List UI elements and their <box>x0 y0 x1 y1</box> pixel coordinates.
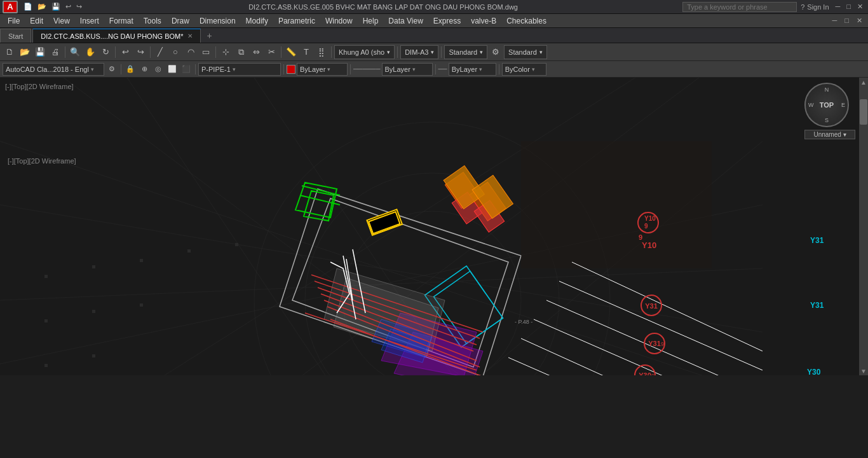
menu-view[interactable]: View <box>48 15 75 27</box>
menu-bar: File Edit View Insert Format Tools Draw … <box>0 14 868 28</box>
ribbon-toolbar-2: AutoCAD Cla...2018 - Engl ⚙ 🔒 ⊕ ◎ ⬜ ⬛ P-… <box>0 61 868 78</box>
menu-window[interactable]: Window <box>320 15 358 27</box>
view-cube-label: TOP <box>820 101 834 109</box>
menu-file[interactable]: File <box>3 15 25 27</box>
svg-line-67 <box>508 357 712 375</box>
search-input[interactable] <box>682 2 797 12</box>
svg-line-65 <box>534 319 737 375</box>
menu-express[interactable]: Express <box>428 15 466 27</box>
new-icon[interactable]: 📄 <box>22 2 34 11</box>
ribbon2-tool4[interactable]: ⬜ <box>166 63 179 76</box>
save-icon[interactable]: 💾 <box>50 2 62 11</box>
ribbon2-tool1[interactable]: 🔒 <box>124 63 137 76</box>
tab-add-button[interactable]: + <box>202 29 217 43</box>
menu-insert[interactable]: Insert <box>75 15 104 27</box>
menu-draw[interactable]: Draw <box>166 15 194 27</box>
minimize-button[interactable]: ─ <box>833 3 843 11</box>
workspace-dropdown[interactable]: AutoCAD Cla...2018 - Engl <box>3 63 104 76</box>
help-icon[interactable]: ? <box>801 3 804 11</box>
scroll-up-button[interactable]: ▲ <box>859 78 868 87</box>
scroll-track <box>859 87 868 366</box>
tab-active[interactable]: DI2.CTC.ASB.KUS....NG DAU PHONG BOM* ✕ <box>32 29 200 43</box>
scroll-thumb[interactable] <box>860 99 867 125</box>
measure-button[interactable]: 📏 <box>284 45 298 59</box>
style-dropdown-1[interactable]: Standard <box>444 45 487 59</box>
open-icon[interactable]: 📂 <box>36 2 48 11</box>
linetype-dropdown[interactable]: ByLayer <box>382 63 433 76</box>
maximize-button[interactable]: □ <box>844 3 853 11</box>
compass[interactable]: N S E W TOP Unnamed ▾ <box>804 83 855 134</box>
svg-line-33 <box>302 186 340 195</box>
workspace-settings-button[interactable]: ⚙ <box>105 63 118 76</box>
compass-west: W <box>808 102 814 108</box>
redo-ribbon-button[interactable]: ↪ <box>133 45 147 59</box>
mirror-button[interactable]: ⇔ <box>249 45 263 59</box>
dim-dropdown[interactable]: DIM-A3 <box>400 45 438 59</box>
save-file-button[interactable]: 💾 <box>33 45 47 59</box>
zoom-button[interactable]: 🔍 <box>68 45 82 59</box>
compass-east: E <box>841 102 845 108</box>
plotstyle-dropdown[interactable]: ByColor <box>502 63 546 76</box>
ribbon2-tool5[interactable]: ⬛ <box>180 63 193 76</box>
drawing-canvas[interactable]: Y10 9 - P.48 - TY-401 - P.48 - P.48/5 <box>0 78 859 375</box>
text-button[interactable]: T <box>299 45 313 59</box>
style-dropdown-2[interactable]: Standard <box>504 45 547 59</box>
compass-north: N <box>825 87 829 93</box>
trim-button[interactable]: ✂ <box>264 45 278 59</box>
menu-valveb[interactable]: valve-B <box>466 15 501 27</box>
title-right-icons: ? Sign In <box>801 3 829 11</box>
color-dropdown[interactable]: ByLayer <box>297 63 348 76</box>
separator-7 <box>397 46 398 58</box>
tab-start[interactable]: Start <box>0 29 31 43</box>
tab-close-icon[interactable]: ✕ <box>187 32 193 39</box>
close-button[interactable]: ✕ <box>855 3 865 11</box>
main-area: [-][Top][2D Wireframe] <box>0 78 868 87</box>
redo-icon[interactable]: ↪ <box>74 2 84 11</box>
undo-ribbon-button[interactable]: ↩ <box>118 45 132 59</box>
menu-modify[interactable]: Modify <box>241 15 273 27</box>
vertical-scrollbar[interactable]: ▲ ▼ <box>859 78 868 375</box>
menu-minimize-button[interactable]: ─ <box>829 17 841 25</box>
copy-button[interactable]: ⧉ <box>234 45 248 59</box>
svg-rect-57 <box>521 141 712 268</box>
ribbon2-tool3[interactable]: ◎ <box>152 63 165 76</box>
new-file-button[interactable]: 🗋 <box>3 45 17 59</box>
svg-text:Y31: Y31 <box>810 236 824 245</box>
scroll-down-button[interactable]: ▼ <box>859 366 868 375</box>
hatch-button[interactable]: ⣿ <box>315 45 329 59</box>
line-button[interactable]: ╱ <box>153 45 167 59</box>
svg-text:Y30: Y30 <box>639 371 651 375</box>
view-cube[interactable]: N S E W TOP <box>804 83 849 127</box>
menu-parametric[interactable]: Parametric <box>273 15 320 27</box>
menu-format[interactable]: Format <box>104 15 139 27</box>
orbit-button[interactable]: ↻ <box>98 45 112 59</box>
pan-button[interactable]: ✋ <box>83 45 97 59</box>
color-swatch[interactable] <box>287 65 295 74</box>
undo-icon[interactable]: ↩ <box>64 2 73 11</box>
separator-4 <box>215 46 216 58</box>
menu-help[interactable]: Help <box>358 15 384 27</box>
menu-maximize-button[interactable]: □ <box>841 17 852 25</box>
svg-rect-14 <box>92 265 95 268</box>
unnamed-label[interactable]: Unnamed ▾ <box>804 130 855 139</box>
signin-button[interactable]: Sign In <box>807 3 829 11</box>
menu-edit[interactable]: Edit <box>25 15 48 27</box>
layer-dropdown[interactable]: P-PIPE-1 <box>198 63 281 76</box>
menu-dimension[interactable]: Dimension <box>194 15 241 27</box>
ribbon2-tool2[interactable]: ⊕ <box>138 63 151 76</box>
move-button[interactable]: ⊹ <box>219 45 233 59</box>
separator-5 <box>281 46 281 58</box>
open-file-button[interactable]: 📂 <box>18 45 32 59</box>
print-button[interactable]: 🖨 <box>48 45 62 59</box>
menu-tools[interactable]: Tools <box>139 15 166 27</box>
menu-dataview[interactable]: Data View <box>383 15 428 27</box>
rect-button[interactable]: ▭ <box>199 45 213 59</box>
arc-button[interactable]: ◠ <box>184 45 198 59</box>
svg-text:9: 9 <box>661 341 664 347</box>
style-settings-button[interactable]: ⚙ <box>489 45 503 59</box>
lineweight-dropdown[interactable]: ByLayer <box>449 63 496 76</box>
menu-checkables[interactable]: Checkables <box>501 15 552 27</box>
menu-close-button[interactable]: ✕ <box>853 17 865 25</box>
circle-button[interactable]: ○ <box>168 45 182 59</box>
block-dropdown[interactable]: Khung A0 (sho <box>334 45 395 59</box>
